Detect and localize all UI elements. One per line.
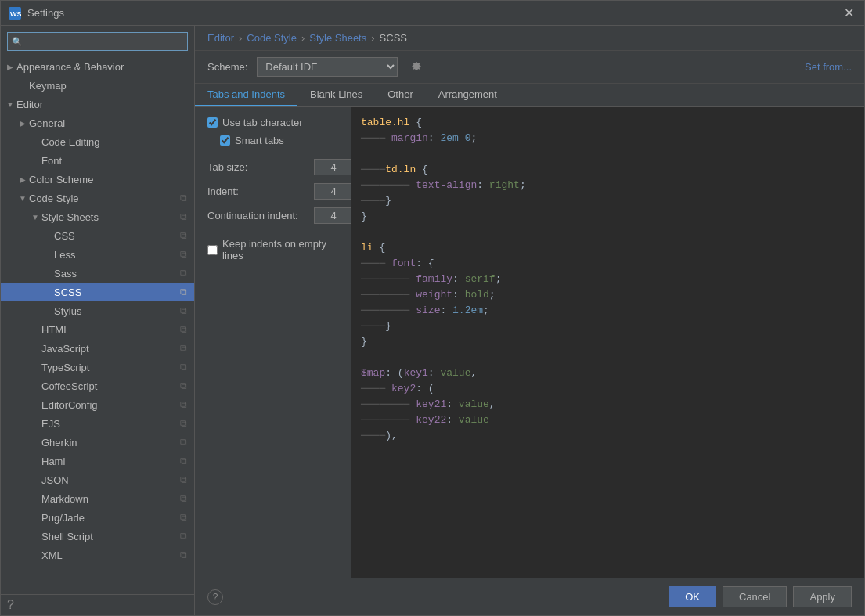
sidebar-item-haml[interactable]: Haml ⧉: [1, 452, 194, 470]
code-line: ────td.ln {: [351, 164, 864, 179]
expand-arrow: ▼: [29, 213, 41, 222]
code-line: }: [351, 211, 864, 226]
sidebar-item-keymap[interactable]: Keymap: [1, 76, 194, 95]
gear-button[interactable]: [407, 58, 426, 77]
tab-size-row: Tab size:: [207, 159, 338, 175]
use-tab-character-checkbox[interactable]: [207, 117, 218, 128]
smart-tabs-row: Smart tabs: [207, 135, 338, 146]
tab-other[interactable]: Other: [375, 84, 426, 106]
code-line: ──────── text-align: right;: [351, 179, 864, 195]
sidebar-item-general[interactable]: ▶ General: [1, 113, 194, 132]
continuation-indent-input[interactable]: [314, 207, 351, 224]
sidebar-item-style-sheets[interactable]: ▼ Style Sheets ⧉: [1, 207, 194, 226]
copy-icon: ⧉: [175, 322, 191, 337]
keep-indents-checkbox[interactable]: [207, 245, 218, 255]
sidebar-item-shell-script[interactable]: Shell Script ⧉: [1, 527, 194, 546]
sidebar-item-font[interactable]: Font: [1, 151, 194, 170]
keep-indents-row: Keep indents on empty lines: [207, 238, 338, 261]
sidebar-item-pug-jade[interactable]: Pug/Jade ⧉: [1, 508, 194, 527]
scheme-label: Scheme:: [207, 61, 247, 73]
apply-button[interactable]: Apply: [793, 586, 852, 607]
sidebar-item-sass[interactable]: Sass ⧉: [1, 264, 194, 283]
copy-icon: ⧉: [175, 472, 191, 488]
copy-icon: ⧉: [175, 190, 191, 206]
copy-icon: ⧉: [175, 397, 191, 412]
tab-arrangement[interactable]: Arrangement: [426, 84, 510, 106]
breadcrumb-code-style[interactable]: Code Style: [247, 32, 297, 44]
code-line: ──── font: {: [351, 258, 864, 273]
sidebar-item-json[interactable]: JSON ⧉: [1, 470, 194, 489]
search-input[interactable]: [7, 32, 188, 51]
svg-text:WS: WS: [10, 10, 21, 18]
tabs-row: Tabs and Indents Blank Lines Other Arran…: [195, 84, 864, 107]
sidebar-item-css[interactable]: CSS ⧉: [1, 226, 194, 245]
tab-blank-lines[interactable]: Blank Lines: [297, 84, 375, 106]
smart-tabs-checkbox[interactable]: [220, 135, 230, 146]
sidebar-item-markdown[interactable]: Markdown ⧉: [1, 489, 194, 508]
sidebar: 🔍 ▶ Appearance & Behavior Keymap: [1, 26, 195, 615]
indent-label: Indent:: [207, 186, 309, 197]
copy-icon: ⧉: [175, 340, 191, 356]
sidebar-item-coffeescript[interactable]: CoffeeScript ⧉: [1, 376, 194, 395]
sidebar-item-javascript[interactable]: JavaScript ⧉: [1, 339, 194, 358]
sidebar-item-html[interactable]: HTML ⧉: [1, 320, 194, 339]
copy-icon: ⧉: [175, 228, 191, 243]
continuation-indent-label: Continuation indent:: [207, 210, 309, 222]
indent-input[interactable]: [314, 183, 351, 200]
breadcrumb: Editor › Code Style › Style Sheets › SCS…: [195, 26, 864, 51]
app-icon: WS: [9, 7, 21, 20]
tab-tabs-and-indents[interactable]: Tabs and Indents: [195, 84, 297, 106]
code-line: [351, 148, 864, 164]
code-line: ──── margin: 2em 0;: [351, 132, 864, 148]
window-title: Settings: [27, 7, 841, 19]
sidebar-item-editorconfig[interactable]: EditorConfig ⧉: [1, 395, 194, 414]
scheme-row: Scheme: Default IDE Project Set from...: [195, 51, 864, 84]
sidebar-item-code-editing[interactable]: Code Editing: [1, 132, 194, 151]
panel-body: Use tab character Smart tabs Tab size: I…: [195, 107, 864, 578]
code-line: ──────── family: serif;: [351, 273, 864, 289]
options-panel: Use tab character Smart tabs Tab size: I…: [195, 107, 351, 578]
sidebar-item-gherkin[interactable]: Gherkin ⧉: [1, 433, 194, 452]
code-line: ────}: [351, 320, 864, 336]
code-line: li {: [351, 242, 864, 258]
settings-window: WS Settings ✕ 🔍 ▶ Appearance & Behavior: [0, 0, 865, 616]
sidebar-item-color-scheme[interactable]: ▶ Color Scheme: [1, 170, 194, 189]
copy-icon: ⧉: [175, 510, 191, 525]
sidebar-item-stylus[interactable]: Stylus ⧉: [1, 301, 194, 320]
code-line: ──────── size: 1.2em;: [351, 304, 864, 320]
sidebar-item-editor[interactable]: ▼ Editor: [1, 95, 194, 113]
code-line: ──────── weight: bold;: [351, 289, 864, 304]
copy-icon: ⧉: [175, 416, 191, 431]
sidebar-item-typescript[interactable]: TypeScript ⧉: [1, 358, 194, 376]
copy-icon: ⧉: [175, 359, 191, 375]
preview-panel: table.hl { ──── margin: 2em 0; ────td.ln…: [351, 107, 864, 578]
help-icon[interactable]: ?: [1, 594, 194, 615]
sidebar-item-xml[interactable]: XML ⧉: [1, 546, 194, 564]
copy-icon: ⧉: [175, 378, 191, 394]
breadcrumb-editor[interactable]: Editor: [207, 32, 234, 44]
tab-size-input[interactable]: [314, 159, 351, 175]
sidebar-item-code-style[interactable]: ▼ Code Style ⧉: [1, 189, 194, 207]
title-bar: WS Settings ✕: [1, 1, 864, 26]
copy-icon: ⧉: [175, 528, 191, 544]
sidebar-item-ejs[interactable]: EJS ⧉: [1, 414, 194, 433]
scheme-select[interactable]: Default IDE Project: [257, 57, 398, 77]
search-box[interactable]: 🔍: [7, 32, 188, 51]
breadcrumb-style-sheets[interactable]: Style Sheets: [309, 32, 366, 44]
expand-arrow: ▶: [4, 63, 16, 71]
code-line: table.hl {: [351, 117, 864, 132]
use-tab-character-row: Use tab character: [207, 117, 338, 128]
expand-arrow: ▶: [16, 175, 29, 184]
set-from-link[interactable]: Set from...: [805, 61, 852, 73]
sidebar-item-less[interactable]: Less ⧉: [1, 245, 194, 264]
sidebar-item-appearance-behavior[interactable]: ▶ Appearance & Behavior: [1, 57, 194, 76]
help-button[interactable]: ?: [207, 589, 223, 605]
close-button[interactable]: ✕: [841, 5, 856, 21]
code-line: }: [351, 336, 864, 351]
ok-button[interactable]: OK: [669, 586, 716, 607]
footer: ? OK Cancel Apply: [195, 578, 864, 615]
copy-icon: ⧉: [175, 247, 191, 262]
sidebar-item-scss[interactable]: SCSS ⧉: [1, 283, 194, 301]
main-content: 🔍 ▶ Appearance & Behavior Keymap: [1, 26, 864, 615]
cancel-button[interactable]: Cancel: [723, 586, 787, 607]
